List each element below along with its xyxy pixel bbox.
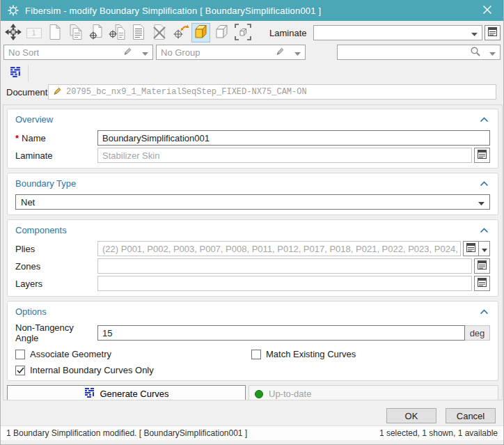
required-marker: * — [15, 133, 19, 143]
page-number-box: 1 — [24, 23, 43, 42]
document-field[interactable]: 20795_bc_nx9_1_MaterialSeqStep_FIXED-NX7… — [48, 84, 496, 100]
document-report-button[interactable] — [129, 23, 148, 42]
chevron-up-icon[interactable] — [478, 227, 490, 234]
layers-row: Layers — [15, 276, 490, 291]
status-dot-icon — [255, 390, 263, 398]
move-icon — [4, 23, 22, 43]
laminate-select-button[interactable] — [474, 148, 490, 163]
zones-select-button[interactable] — [474, 258, 490, 274]
selection-summary: 1 selected, 1 shown, 1 available — [379, 428, 498, 438]
main-toolbar: 1 — [3, 22, 501, 43]
locate-copy-document-icon — [109, 24, 127, 42]
toolbar-separator — [28, 65, 29, 81]
list-icon — [477, 260, 487, 272]
non-tangency-angle-input[interactable]: 15 — [97, 325, 465, 341]
solid-cube-button[interactable] — [191, 23, 210, 42]
move-tool-button[interactable] — [3, 23, 22, 42]
components-header[interactable]: Components — [8, 220, 498, 239]
plies-row: Plies (22) P001, P002, P003, P007, P008,… — [15, 241, 490, 256]
wireframe-cube-button[interactable] — [212, 23, 231, 42]
reorient-view-icon — [171, 23, 189, 43]
close-button[interactable] — [478, 2, 496, 19]
cancel-button[interactable]: Cancel — [446, 408, 496, 423]
close-icon — [482, 5, 492, 17]
plies-select-button[interactable] — [463, 241, 479, 256]
name-input[interactable]: BoundarySimplification001 — [97, 130, 490, 146]
filter-toolbar: No Sort No Group — [3, 45, 501, 61]
boundary-type-select[interactable]: Net — [15, 194, 490, 210]
locate-copy-document-button[interactable] — [108, 23, 127, 42]
chevron-down-icon — [471, 28, 478, 38]
group-combobox[interactable]: No Group — [156, 45, 306, 60]
options-checkbox-row-1: Associate Geometry Match Existing Curves — [15, 349, 490, 359]
overview-title: Overview — [15, 114, 53, 125]
laminate-list-button[interactable] — [485, 25, 501, 40]
document-row: Document 20795_bc_nx9_1_MaterialSeqStep_… — [6, 84, 496, 100]
ok-button[interactable]: OK — [386, 408, 436, 423]
section-components: Components Plies (22) P001, P002, P003, … — [7, 219, 498, 297]
associate-geometry-label: Associate Geometry — [30, 349, 111, 359]
zones-label: Zones — [15, 261, 97, 272]
new-document-button[interactable] — [45, 23, 64, 42]
reorient-view-button[interactable] — [171, 23, 189, 42]
pencil-icon — [276, 47, 285, 58]
curves-tool-button[interactable] — [6, 64, 24, 82]
angle-unit-label: deg — [465, 325, 490, 341]
layers-field[interactable] — [97, 276, 472, 291]
layers-label: Layers — [15, 279, 97, 289]
plies-dropdown-button[interactable] — [479, 241, 490, 256]
overview-header[interactable]: Overview — [8, 109, 498, 128]
list-icon — [477, 149, 487, 162]
wireframe-cube-icon — [214, 23, 230, 42]
options-header[interactable]: Options — [8, 302, 498, 320]
chevron-down-icon — [142, 47, 148, 58]
pencil-icon — [53, 86, 62, 97]
chevron-up-icon[interactable] — [478, 309, 490, 315]
name-value: BoundarySimplification001 — [102, 133, 210, 143]
internal-boundary-curves-label: Internal Boundary Curves Only — [30, 365, 154, 375]
internal-boundary-curves-checkbox[interactable]: Internal Boundary Curves Only — [15, 365, 154, 375]
laminate-value: Stabilizer Skin — [102, 150, 159, 161]
zones-row: Zones — [15, 258, 490, 274]
chevron-up-icon[interactable] — [478, 116, 490, 123]
match-existing-curves-checkbox[interactable]: Match Existing Curves — [251, 349, 356, 359]
curves-toolbar — [6, 64, 29, 82]
delete-document-button[interactable] — [150, 23, 168, 42]
layers-select-button[interactable] — [474, 276, 490, 291]
copy-document-icon — [68, 24, 84, 42]
boundary-type-header[interactable]: Boundary Type — [8, 173, 498, 192]
laminate-row: Laminate Stabilizer Skin — [15, 148, 490, 163]
laminate-combobox[interactable] — [313, 25, 482, 40]
checkbox-icon[interactable] — [251, 350, 261, 359]
main-content: Overview * Name BoundarySimplification00… — [3, 104, 503, 400]
search-icon — [470, 46, 481, 59]
zones-field[interactable] — [97, 258, 472, 274]
laminate-field: Stabilizer Skin — [97, 148, 472, 163]
locate-document-button[interactable] — [87, 23, 106, 42]
chevron-down-icon — [482, 244, 487, 254]
options-checkbox-row-2: Internal Boundary Curves Only — [15, 365, 490, 375]
sort-value: No Sort — [8, 47, 39, 58]
bounding-cube-button[interactable] — [233, 23, 252, 42]
update-status-label: Up-to-date — [269, 389, 311, 399]
bounding-cube-icon — [234, 23, 252, 43]
group-value: No Group — [161, 47, 200, 58]
status-bar: 1 Boundary Simplification modified. [ Bo… — [1, 426, 503, 440]
laminate-toolbar-label: Laminate — [269, 28, 306, 38]
search-input[interactable] — [337, 45, 501, 60]
generate-curves-button[interactable]: Generate Curves — [7, 385, 246, 400]
sort-combobox[interactable]: No Sort — [3, 45, 153, 60]
associate-geometry-checkbox[interactable]: Associate Geometry — [15, 349, 251, 359]
chevron-up-icon[interactable] — [478, 180, 490, 187]
pencil-icon — [123, 47, 132, 58]
checkbox-icon[interactable] — [15, 366, 25, 375]
document-report-icon — [132, 24, 145, 42]
title-bar[interactable]: Fibersim - modify Boundary Simplificatio… — [1, 0, 503, 21]
checkbox-icon[interactable] — [15, 350, 25, 359]
list-icon — [477, 277, 487, 290]
curves-icon — [10, 66, 22, 80]
update-status-field: Up-to-date — [249, 385, 498, 400]
non-tangency-angle-label: Non-Tangency Angle — [15, 322, 97, 343]
copy-document-button[interactable] — [66, 23, 85, 42]
footer-buttons: OK Cancel — [386, 408, 496, 423]
